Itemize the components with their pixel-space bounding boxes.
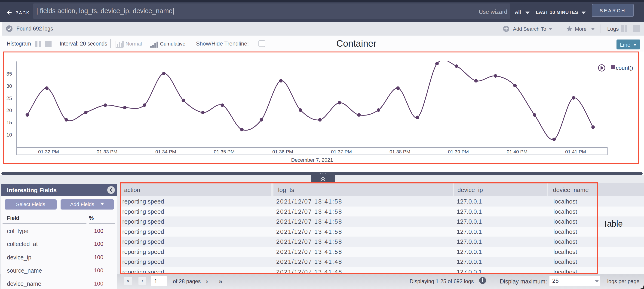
svg-text:20: 20 [6,107,12,113]
svg-text:01:37 PM: 01:37 PM [331,149,352,154]
svg-text:01:33 PM: 01:33 PM [96,149,118,154]
svg-text:01:38 PM: 01:38 PM [390,149,410,154]
svg-text:01:32 PM: 01:32 PM [38,149,59,154]
svg-text:30: 30 [6,83,12,89]
svg-text:01:36 PM: 01:36 PM [272,149,293,154]
svg-text:count(): count() [616,65,633,71]
svg-text:35: 35 [6,71,12,77]
svg-text:01:41 PM: 01:41 PM [565,149,586,154]
svg-text:25: 25 [6,95,12,101]
svg-text:10: 10 [6,132,12,138]
svg-text:01:39 PM: 01:39 PM [448,149,469,154]
svg-text:15: 15 [6,120,12,125]
svg-text:December 7, 2021: December 7, 2021 [291,157,333,163]
svg-text:01:34 PM: 01:34 PM [155,149,176,154]
svg-text:01:35 PM: 01:35 PM [214,149,234,154]
svg-text:01:40 PM: 01:40 PM [507,149,528,154]
